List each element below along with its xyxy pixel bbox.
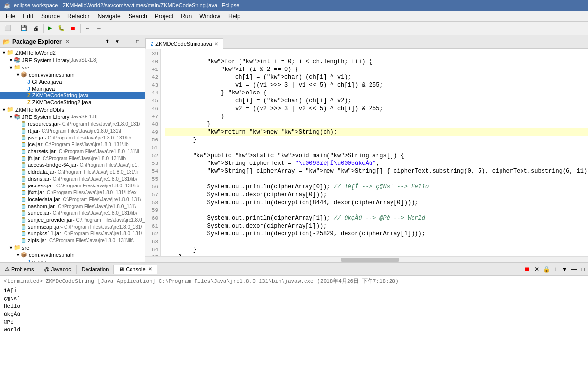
tree-item[interactable]: Ja.java [0,258,145,262]
pe-close-icon[interactable]: ✕ [65,39,69,44]
console-line: ç¶Ns´ [4,295,584,302]
menu-item-source[interactable]: Source [37,12,64,21]
tab-problems[interactable]: ⚠ Problems [0,264,39,274]
menu-item-edit[interactable]: Edit [19,12,37,21]
tree-item[interactable]: 🫙sunec.jar - C:\Program Files\Java\jre1.… [0,209,145,216]
tab-declaration[interactable]: Declaration [77,265,114,274]
tree-item[interactable]: 🫙dnsns.jar - C:\Program Files\Java\jre1.… [0,175,145,182]
console-close[interactable]: ✕ [148,266,152,272]
line-number: 52 [147,152,158,160]
tree-item[interactable]: 🫙resources.jar - C:\Program Files\Java\j… [0,120,145,127]
tree-item[interactable]: 🫙access-bridge-64.jar - C:\Program Files… [0,162,145,168]
tab-console[interactable]: 🖥 Console ✕ [114,265,157,274]
line-number: 60 [147,214,158,222]
menu-item-navigate[interactable]: Navigate [93,12,124,21]
tree-arrow: ▼ [2,107,7,112]
code-line: "kw">String[] cipherArray = "kw">new "kw… [165,167,588,175]
tree-item[interactable]: 🫙jce.jar - C:\Program Files\Java\jre1.8.… [0,141,145,148]
code-line: "kw">public "kw">static "kw">void main("… [165,152,588,160]
console-new-btn[interactable]: + [553,265,559,273]
tree-item[interactable]: 🫙localedata.jar - C:\Program Files\Java\… [0,196,145,203]
tree-item[interactable]: ▼📚JRE System Library [JavaSE-1.8] [0,56,145,64]
line-number: 43 [147,81,158,89]
pe-collapse-btn[interactable]: ⬆ [103,37,111,46]
console-terminate-btn[interactable]: ⏹ [523,265,532,273]
package-explorer-title: Package Explorer [12,38,62,45]
debug-btn[interactable]: 🐛 [55,23,67,33]
tree-item[interactable]: 🫙nashorn.jar - C:\Program Files\Java\jre… [0,203,145,209]
forward-btn[interactable]: → [94,24,104,33]
tree-item[interactable]: ▼📁ZKMHelloWorld2 [0,49,145,56]
tree-item[interactable]: JGFArea.java [0,78,145,85]
menu-item-refactor[interactable]: Refactor [64,12,93,21]
menu-item-window[interactable]: Window [196,12,224,21]
tree-icon: 🫙 [21,149,26,154]
line-number: 46 [147,105,158,113]
code-content[interactable]: "kw">for ("kw">int i = 0; i < ch.length;… [161,49,588,256]
tree-item[interactable]: ▼📦com.vvvtimes.main [0,71,145,78]
line-number: 62 [147,230,158,238]
tree-item[interactable]: ▼📁ZKMHelloWorldObfs [0,106,145,113]
tree-item[interactable]: ▼📁src [0,244,145,251]
menu-item-run[interactable]: Run [177,12,196,21]
tab-close-icon[interactable]: ✕ [214,41,218,46]
tree-item[interactable]: ▼📦com.vvvtimes.main [0,251,145,258]
console-menu-btn[interactable]: ▼ [560,265,569,273]
new-btn[interactable]: ⬜ [2,23,14,33]
tree-item[interactable]: 🫙zipfs.jar - C:\Program Files\Java\jre1.… [0,237,145,244]
tab-javadoc[interactable]: @ Javadoc [39,265,76,274]
code-line: v2 = ((v2 >>> 3 | v2 << 5) ^ ch[i]) & 25… [165,105,588,113]
tree-item[interactable]: ▼📁src [0,64,145,71]
console-min-btn[interactable]: — [570,265,579,273]
pe-menu-btn[interactable]: ▼ [112,37,122,46]
back-btn[interactable]: ← [83,24,93,33]
horizontal-scrollbar[interactable] [145,256,588,262]
tree-item[interactable]: 🫙jaccess.jar - C:\Program Files\Java\jre… [0,182,145,189]
tree-item[interactable]: ZZKMDeCodeString.java [0,92,145,99]
tree-item[interactable]: 🫙charsets.jar - C:\Program Files\Java\jr… [0,148,145,155]
bottom-panel: ⚠ Problems @ Javadoc Declaration 🖥 Conso… [0,262,588,370]
editor-tab-zkmdecodestring[interactable]: Z ZKMDeCodeString.java ✕ [145,38,223,49]
tree-item[interactable]: 🫙sunpkcs11.jar - C:\Program Files\Java\j… [0,230,145,237]
code-line: } [165,120,588,128]
console-header: <terminated> ZKMDeCodeString [Java Appli… [4,278,584,285]
menu-item-file[interactable]: File [2,12,19,21]
stop-btn[interactable]: ⏹ [68,24,78,33]
console-clear-btn[interactable]: ✕ [533,265,541,273]
tree-item[interactable]: 🫙rt.jar - C:\Program Files\Java\jre1.8.0… [0,127,145,134]
menu-item-help[interactable]: Help [224,12,244,21]
editor-tabs: Z ZKMDeCodeString.java ✕ [145,35,588,49]
tree-item[interactable]: ▼📚JRE System Library [JavaSE-1.8] [0,113,145,120]
tree-item[interactable]: JMain.java [0,85,145,92]
line-number: 40 [147,58,158,66]
tree-icon: 🫙 [21,224,26,230]
run-btn[interactable]: ▶ [45,23,54,33]
editor-content[interactable]: 3940414243444546474849505152535455565758… [145,49,588,256]
tree-item[interactable]: 🫙cldrdata.jar - C:\Program Files\Java\jr… [0,168,145,175]
tree-item[interactable]: 🫙jsse.jar - C:\Program Files\Java\jre1.8… [0,134,145,141]
print-btn[interactable]: 🖨 [31,24,41,33]
tree-item[interactable]: 🫙jfr.jar - C:\Program Files\Java\jre1.8.… [0,155,145,162]
tree-icon: 🫙 [21,217,26,223]
tree-item[interactable]: ZZKMDeCodeString2.java [0,99,145,106]
tree-item[interactable]: 🫙sunmscapi.jar - C:\Program Files\Java\j… [0,223,145,230]
menu-item-project[interactable]: Project [151,12,177,21]
console-scroll-lock-btn[interactable]: 🔒 [542,265,552,273]
package-explorer-header: 📂 Package Explorer ✕ ⬆ ▼ — □ [0,35,145,48]
pe-max-btn[interactable]: □ [134,37,142,46]
save-btn[interactable]: 💾 [18,23,30,33]
code-line: System.out.dexor(cipherArray[1])); [165,222,588,230]
console-output: <terminated> ZKMDeCodeString [Java Appli… [0,276,588,370]
code-line: "kw">for ("kw">int i = 0; i < ch.length;… [165,58,588,66]
menu-item-search[interactable]: Search [125,12,151,21]
console-max-btn[interactable]: □ [580,265,586,273]
package-explorer-panel: 📂 Package Explorer ✕ ⬆ ▼ — □ ▼📁ZKMHelloW… [0,35,145,262]
console-line: ùkçÀú [4,310,584,318]
pe-min-btn[interactable]: — [123,37,133,46]
tree-item[interactable]: 🫙sunjce_provider.jar - C:\Program Files\… [0,216,145,223]
tree-item[interactable]: 🫙jfxrt.jar - C:\Program Files\Java\jre1.… [0,189,145,196]
code-line [165,238,588,246]
line-number: 50 [147,136,158,144]
console-line: @Pè [4,318,584,326]
tree-icon: 📚 [14,57,21,63]
